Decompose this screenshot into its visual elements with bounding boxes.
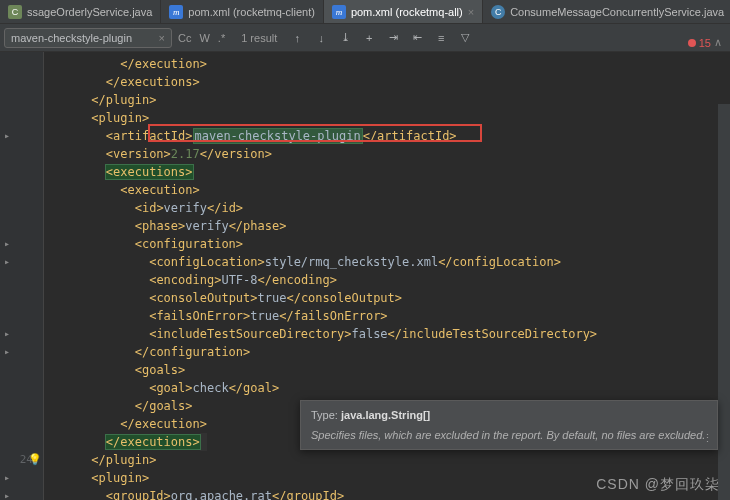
tooltip-type-label: Type: <box>311 409 338 421</box>
code-line[interactable]: </plugin> <box>48 451 597 469</box>
intention-bulb-icon[interactable]: 💡 <box>28 451 42 469</box>
code-line[interactable]: <consoleOutput>true</consoleOutput> <box>48 289 597 307</box>
search-options: CcW.* <box>178 32 225 44</box>
file-type-icon: m <box>169 5 183 19</box>
code-line[interactable]: </plugin> <box>48 91 597 109</box>
fold-icon[interactable]: ▸ <box>4 127 10 145</box>
code-line[interactable]: <artifactId>maven-checkstyle-plugin</art… <box>48 127 597 145</box>
search-option[interactable]: Cc <box>178 32 191 44</box>
fold-icon[interactable]: ▸ <box>4 469 10 487</box>
editor-tabs: CssageOrderlyService.javampom.xml (rocke… <box>0 0 730 24</box>
file-type-icon: C <box>8 5 22 19</box>
code-line[interactable]: <encoding>UTF-8</encoding> <box>48 271 597 289</box>
close-tab-icon[interactable]: × <box>468 6 474 18</box>
code-line[interactable]: <plugin> <box>48 109 597 127</box>
code-line[interactable]: <id>verify</id> <box>48 199 597 217</box>
code-line[interactable]: </configuration> <box>48 343 597 361</box>
error-icon <box>688 39 696 47</box>
code-line[interactable]: <includeTestSourceDirectory>false</inclu… <box>48 325 597 343</box>
editor-tab[interactable]: mpom.xml (rocketmq-all)× <box>324 0 483 24</box>
code-line[interactable]: <execution> <box>48 181 597 199</box>
file-type-icon: C <box>491 5 505 19</box>
code-line[interactable]: <groupId>org.apache.rat</groupId> <box>48 487 597 500</box>
code-line[interactable]: </execution> <box>48 55 597 73</box>
fold-icon[interactable]: ▸ <box>4 487 10 500</box>
fold-icon[interactable]: ▸ <box>4 343 10 361</box>
tooltip-more-icon[interactable]: ⋮ <box>702 432 713 445</box>
search-input[interactable]: maven-checkstyle-plugin × <box>4 28 172 48</box>
search-bar: maven-checkstyle-plugin × CcW.* 1 result… <box>0 24 730 52</box>
fold-icon[interactable]: ▸ <box>4 325 10 343</box>
editor-tab[interactable]: mpom.xml (rocketmq-client) <box>161 0 324 24</box>
tooltip-description: Specifies files, which are excluded in t… <box>311 429 707 441</box>
code-line[interactable]: <failsOnError>true</failsOnError> <box>48 307 597 325</box>
code-line[interactable]: <version>2.17</version> <box>48 145 597 163</box>
tab-label: ssageOrderlyService.java <box>27 6 152 18</box>
code-line[interactable]: <configuration> <box>48 235 597 253</box>
tooltip-type-value: java.lang.String[] <box>341 409 430 421</box>
search-nav-button[interactable]: ⤓ <box>337 31 353 44</box>
search-nav-button[interactable]: ↓ <box>313 32 329 44</box>
code-line[interactable]: </executions> <box>48 73 597 91</box>
search-nav-button[interactable]: ⇥ <box>385 31 401 44</box>
doc-tooltip: Type: java.lang.String[] Specifies files… <box>300 400 718 450</box>
editor-tab[interactable]: CssageOrderlyService.java <box>0 0 161 24</box>
search-nav-button[interactable]: ▽ <box>457 31 473 44</box>
search-nav-button[interactable]: ⇤ <box>409 31 425 44</box>
search-nav: ↑↓⤓+⇥⇤≡▽ <box>289 31 473 44</box>
editor-tab[interactable]: CConsumeMessageConcurrentlyService.java <box>483 0 730 24</box>
code-line[interactable]: <goal>check</goal> <box>48 379 597 397</box>
code-line[interactable]: <plugin> <box>48 469 597 487</box>
code-line[interactable]: <executions> <box>48 163 597 181</box>
tab-label: ConsumeMessageConcurrentlyService.java <box>510 6 724 18</box>
fold-icon[interactable]: ▸ <box>4 253 10 271</box>
search-query: maven-checkstyle-plugin <box>11 32 132 44</box>
search-option[interactable]: .* <box>218 32 225 44</box>
clear-search-icon[interactable]: × <box>159 32 165 44</box>
error-stripe[interactable] <box>718 104 730 500</box>
code-line[interactable]: <goals> <box>48 361 597 379</box>
search-result-count: 1 result <box>241 32 277 44</box>
search-nav-button[interactable]: + <box>361 32 377 44</box>
line-gutter: ▸▸▸▸▸24💡▸▸ <box>0 52 44 500</box>
code-line[interactable]: <configLocation>style/rmq_checkstyle.xml… <box>48 253 597 271</box>
search-nav-button[interactable]: ≡ <box>433 32 449 44</box>
error-indicator[interactable]: 15 ∧ <box>688 36 722 49</box>
search-nav-button[interactable]: ↑ <box>289 32 305 44</box>
code-line[interactable]: <phase>verify</phase> <box>48 217 597 235</box>
search-option[interactable]: W <box>199 32 209 44</box>
error-count: 15 <box>699 37 711 49</box>
tab-label: pom.xml (rocketmq-client) <box>188 6 315 18</box>
fold-icon[interactable]: ▸ <box>4 235 10 253</box>
tab-label: pom.xml (rocketmq-all) <box>351 6 463 18</box>
file-type-icon: m <box>332 5 346 19</box>
